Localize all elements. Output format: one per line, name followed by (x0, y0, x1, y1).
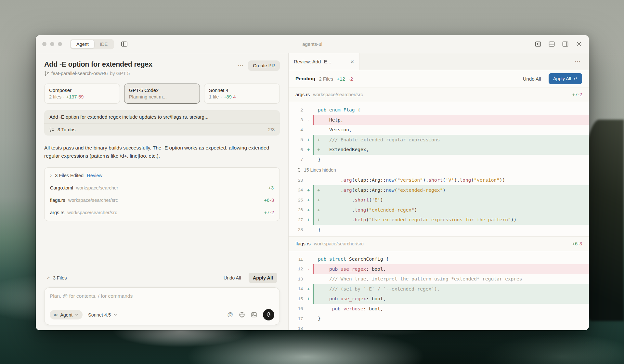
mode-label: Agent (60, 312, 72, 318)
create-pr-button[interactable]: Create PR (248, 60, 280, 71)
mode-selector[interactable]: ∞ Agent (50, 310, 83, 319)
diff-file-header[interactable]: args.rsworkspace/searcher/src+7-2 (289, 87, 589, 102)
diff-line: 24++ .arg(clap::Arg::new("extended-regex… (289, 185, 589, 195)
diff-line: 18 (289, 324, 589, 331)
hidden-lines-row[interactable]: 15 Lines hidden (289, 164, 589, 175)
pending-additions: +12 (337, 76, 345, 82)
line-change-sign (304, 304, 313, 314)
diff-line: 11pub struct SearchConfig { (289, 254, 589, 264)
traffic-lights (42, 42, 62, 46)
close-tab-icon[interactable]: × (350, 58, 354, 65)
diff-file-path: workspace/searcher/src (313, 92, 363, 97)
diff-line: 16 pub verbose: bool, (289, 304, 589, 314)
line-number: 28 (289, 225, 304, 235)
todos-progress: 2/3 (268, 127, 275, 132)
apply-all-button[interactable]: Apply All ↵ (549, 73, 582, 84)
line-number: 14 (289, 284, 304, 294)
diff-file-path: workspace/searcher/src (314, 241, 364, 246)
mention-icon[interactable]: @ (227, 311, 233, 318)
image-icon[interactable] (251, 312, 257, 318)
pending-label: Pending (295, 76, 315, 82)
agent-card-gpt5-codex[interactable]: GPT-5 Codex Planning next m... (124, 84, 200, 104)
globe-icon[interactable] (239, 312, 245, 318)
tab-ide[interactable]: IDE (94, 40, 113, 48)
todos-row[interactable]: 3 To-dos 2/3 (44, 124, 280, 136)
diff-file-stats: +7-2 (572, 92, 582, 97)
diff-line: 12- pub use_regex: bool, (289, 264, 589, 274)
apply-all-button[interactable]: Apply All (249, 273, 277, 283)
model-selector[interactable]: Sonnet 4.5 (88, 312, 117, 318)
line-change-sign: + (304, 135, 313, 145)
diff-line: 27++ .help("Use extended regular express… (289, 215, 589, 225)
window-title: agents-ui (302, 41, 322, 47)
line-change-sign (304, 125, 313, 135)
line-change-sign (304, 254, 313, 264)
line-number: 11 (289, 254, 304, 264)
session-title: Add -E option for extended regex (44, 60, 152, 69)
line-number: 6 (289, 145, 304, 155)
pending-deletions: -2 (349, 76, 353, 82)
diff-line: 14+ /// (set by `-E` / `--extended-regex… (289, 284, 589, 294)
line-code: + ExtendedRegex, (313, 145, 589, 155)
titlebar-actions (535, 41, 582, 47)
inner-add-sign: + (317, 217, 320, 222)
files-edited-card: › 3 Files Edited Review Cargo.toml works… (44, 167, 280, 221)
diff-file-header[interactable]: flags.rsworkspace/searcher/src+6-3 (289, 236, 589, 251)
line-change-sign (304, 314, 313, 324)
review-tab[interactable]: Review: Add -E... × (289, 53, 359, 70)
agent-card-composer[interactable]: Composer 2 files · +137-59 (44, 84, 120, 104)
inner-add-sign: + (317, 197, 320, 202)
line-code: + .help("Use extended regular expression… (313, 215, 589, 225)
undo-all-button[interactable]: Undo All (220, 273, 244, 283)
diff-line: 13 /// When true, interpret the pattern … (289, 274, 589, 284)
diagonal-arrow-icon: ↗ (46, 275, 50, 280)
file-row-flags-rs[interactable]: flags.rs workspace/searcher/src +6-3 (45, 194, 280, 206)
line-code: + /// Enable extended regular expression… (313, 135, 589, 145)
session-menu-icon[interactable]: ⋯ (238, 60, 248, 69)
message-composer[interactable]: Plan, @ for contexts, / for commands ∞ A… (44, 287, 280, 325)
panel-right-icon[interactable] (562, 41, 569, 47)
file-row-cargo-toml[interactable]: Cargo.toml workspace/searcher +3 (45, 182, 280, 194)
files-edited-header[interactable]: › 3 Files Edited Review (45, 169, 280, 182)
line-code: Help, (313, 115, 589, 125)
diff-line: 28} (289, 225, 589, 235)
line-code: pub struct SearchConfig { (313, 254, 589, 264)
collapse-panel-left-icon[interactable] (535, 41, 541, 47)
line-change-sign: + (304, 195, 313, 205)
diff-line: 26++ .long("extended-regex") (289, 205, 589, 215)
panel-bottom-icon[interactable] (548, 41, 555, 47)
composer-placeholder[interactable]: Plan, @ for contexts, / for commands (50, 293, 274, 299)
agent-cards: Composer 2 files · +137-59 GPT-5 Codex P… (44, 84, 280, 104)
return-key-icon: ↵ (574, 76, 578, 81)
close-window-button[interactable] (42, 42, 46, 46)
undo-all-button[interactable]: Undo All (519, 74, 545, 84)
agent-card-sonnet-4[interactable]: Sonnet 4 1 file · +89-4 (204, 84, 280, 104)
changed-files-count[interactable]: 3 Files (53, 275, 67, 280)
microphone-button[interactable] (263, 309, 274, 320)
line-code (313, 324, 589, 331)
zoom-window-button[interactable] (58, 42, 62, 46)
review-menu-icon[interactable]: ⋯ (575, 58, 589, 65)
branch-author: by GPT 5 (110, 71, 130, 76)
diff-sections: args.rsworkspace/searcher/src+7-22pub en… (289, 87, 589, 330)
line-change-sign: - (304, 115, 313, 125)
pending-files-count: 2 Files (319, 76, 333, 82)
minimize-window-button[interactable] (50, 42, 54, 46)
line-code: Version, (313, 125, 589, 135)
diff-line: 5++ /// Enable extended regular expressi… (289, 135, 589, 145)
line-code: pub use_regex: bool, (313, 264, 589, 274)
chevron-down-icon (113, 314, 117, 316)
review-link[interactable]: Review (87, 173, 102, 178)
diff-file-name: flags.rs (295, 241, 311, 246)
line-code: + .arg(clap::Arg::new("extended-regex") (313, 185, 589, 195)
sidebar-toggle-icon[interactable] (121, 40, 128, 48)
line-number: 13 (289, 274, 304, 284)
diff-line: 25++ .short('E') (289, 195, 589, 205)
diff-line: 23 .arg(clap::Arg::new("version").short(… (289, 175, 589, 185)
line-code: /// When true, interpret the pattern usi… (313, 274, 589, 284)
settings-gear-icon[interactable] (576, 41, 582, 47)
line-code: /// (set by `-E` / `--extended-regex`). (313, 284, 589, 294)
line-number: 3 (289, 115, 304, 125)
file-row-args-rs[interactable]: args.rs workspace/searcher/src +7-2 (45, 206, 280, 219)
tab-agent[interactable]: Agent (71, 40, 94, 48)
